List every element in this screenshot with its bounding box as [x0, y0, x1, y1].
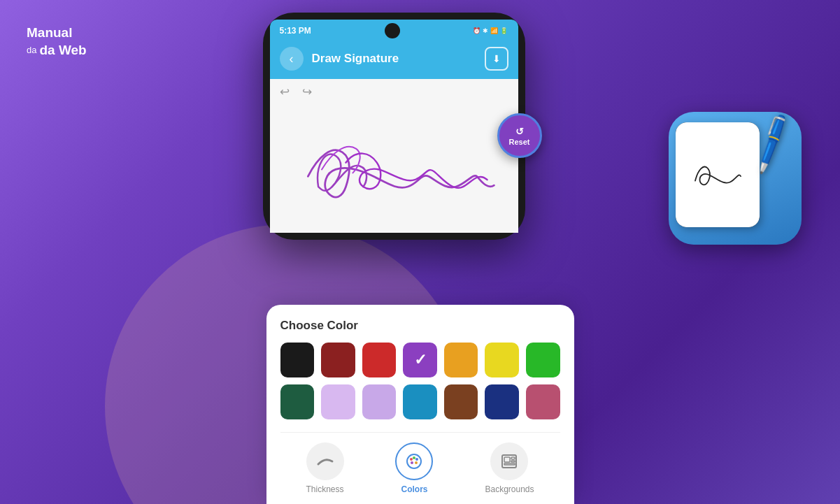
- bottom-tabs: Thickness Colors: [280, 442, 560, 504]
- phone-shell: 5:13 PM ⏰✱📶🔋 ‹ Draw Signature ⬇ ↩ ↪: [263, 13, 525, 240]
- color-rose[interactable]: [526, 384, 560, 419]
- color-yellow[interactable]: [485, 343, 519, 377]
- backgrounds-icon: [499, 452, 519, 471]
- svg-point-5: [411, 461, 413, 464]
- logo-line2: da da Web: [27, 42, 87, 59]
- color-navy[interactable]: [485, 384, 519, 419]
- signature-canvas: [270, 105, 518, 227]
- color-red[interactable]: [362, 343, 397, 377]
- status-bar: 5:13 PM ⏰✱📶🔋: [270, 20, 518, 40]
- svg-point-4: [415, 461, 418, 464]
- tab-thickness[interactable]: Thickness: [306, 442, 343, 494]
- tab-backgrounds[interactable]: Backgrounds: [485, 442, 534, 494]
- color-light-lavender[interactable]: [321, 384, 355, 419]
- color-lavender[interactable]: [362, 384, 397, 419]
- drawing-area: ↩ ↪: [270, 79, 518, 233]
- drawing-toolbar: ↩ ↪: [270, 79, 518, 105]
- color-teal[interactable]: [403, 384, 437, 419]
- color-row-2: [280, 384, 560, 419]
- color-orange[interactable]: [444, 343, 478, 377]
- color-purple-selected[interactable]: ✓: [403, 343, 437, 377]
- reset-button[interactable]: ↺ Reset: [497, 113, 542, 158]
- svg-point-1: [410, 458, 413, 461]
- phone-device: 5:13 PM ⏰✱📶🔋 ‹ Draw Signature ⬇ ↩ ↪: [263, 13, 525, 240]
- svg-point-3: [415, 458, 418, 461]
- color-brown[interactable]: [444, 384, 478, 419]
- signature-svg: [277, 105, 511, 227]
- backgrounds-icon-wrapper: [490, 442, 528, 480]
- thickness-icon: [315, 452, 335, 471]
- backgrounds-label: Backgrounds: [485, 484, 534, 494]
- notch: [385, 23, 400, 38]
- svg-rect-8: [511, 457, 515, 459]
- palette-icon: [404, 452, 424, 471]
- app-title: Draw Signature: [312, 52, 476, 66]
- status-icons: ⏰✱📶🔋: [473, 27, 508, 34]
- thickness-icon-wrapper: [306, 442, 344, 480]
- choose-color-title: Choose Color: [280, 319, 560, 333]
- reset-arrow: ↺: [515, 126, 524, 137]
- colors-label: Colors: [401, 484, 427, 494]
- panel-divider: [280, 432, 560, 433]
- bottom-panel: Choose Color ✓ Thickness: [266, 305, 574, 504]
- color-dark-green[interactable]: [280, 384, 315, 419]
- app-icon: 🖊️: [669, 112, 802, 245]
- thickness-label: Thickness: [306, 484, 343, 494]
- logo-line1: Manual: [27, 25, 72, 40]
- color-dark-red[interactable]: [321, 343, 355, 377]
- color-row-1: ✓: [280, 343, 560, 377]
- reset-label: Reset: [509, 138, 530, 146]
- svg-rect-7: [504, 457, 510, 462]
- app-header: ‹ Draw Signature ⬇: [270, 40, 518, 79]
- redo-icon[interactable]: ↪: [302, 85, 312, 99]
- colors-icon-wrapper: [395, 442, 433, 480]
- undo-icon[interactable]: ↩: [280, 85, 290, 99]
- svg-rect-10: [504, 463, 515, 465]
- color-black[interactable]: [280, 343, 315, 377]
- logo: Manual da da Web: [27, 24, 87, 59]
- download-button[interactable]: ⬇: [485, 47, 508, 71]
- time-display: 5:13 PM: [280, 26, 311, 36]
- svg-rect-9: [511, 461, 515, 462]
- back-button[interactable]: ‹: [280, 47, 304, 71]
- svg-point-2: [413, 456, 415, 459]
- tab-colors[interactable]: Colors: [395, 442, 433, 494]
- color-green[interactable]: [526, 343, 560, 377]
